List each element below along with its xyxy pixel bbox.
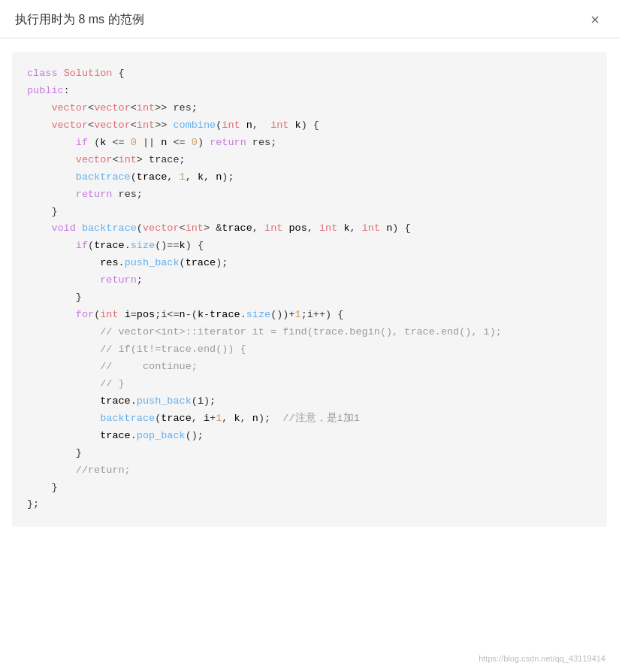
dialog-body: class Solution { public: vector<vector<i… <box>0 38 619 672</box>
dialog-header: 执行用时为 8 ms 的范例 × <box>0 0 619 38</box>
watermark: https://blog.csdn.net/qq_43119414 <box>479 654 605 663</box>
dialog-title: 执行用时为 8 ms 的范例 <box>15 12 144 28</box>
dialog: 执行用时为 8 ms 的范例 × class Solution { public… <box>0 0 619 672</box>
close-button[interactable]: × <box>586 11 604 29</box>
code-container: class Solution { public: vector<vector<i… <box>12 52 607 527</box>
code-block: class Solution { public: vector<vector<i… <box>27 65 592 513</box>
